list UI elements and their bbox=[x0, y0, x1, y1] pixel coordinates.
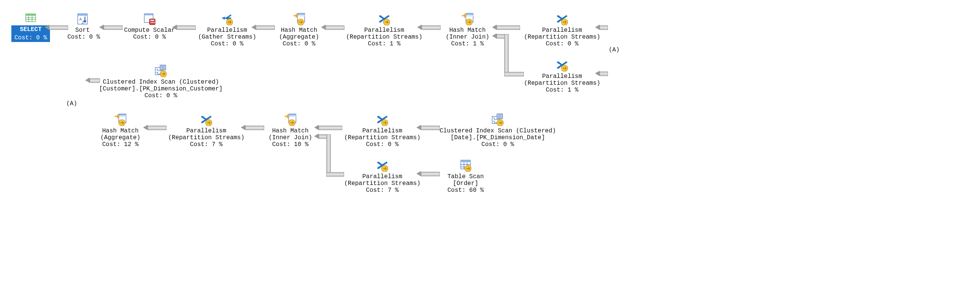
parallelism-repartition-icon bbox=[376, 159, 389, 172]
hash-match-icon bbox=[284, 113, 297, 126]
cost: Cost: 0 % bbox=[272, 40, 326, 47]
node-hash-innerjoin-top[interactable]: Hash Match (Inner Join) Cost: 1 % bbox=[439, 13, 496, 47]
arrow-icon bbox=[600, 25, 608, 30]
select-icon bbox=[24, 13, 37, 24]
label: Clustered Index Scan (Clustered) bbox=[435, 127, 560, 134]
label: Parallelism bbox=[193, 27, 261, 34]
arrow-icon bbox=[49, 25, 68, 30]
cost: Cost: 60 % bbox=[439, 187, 492, 194]
node-clustered-index-scan-date[interactable]: Clustered Index Scan (Clustered) [Date].… bbox=[435, 113, 560, 148]
label: Parallelism bbox=[339, 127, 426, 134]
arrow-icon bbox=[99, 25, 104, 30]
node-sort[interactable]: Sort Cost: 0 % bbox=[67, 13, 98, 40]
sub: (Repartition Streams) bbox=[519, 80, 606, 87]
arrow-icon bbox=[45, 25, 49, 30]
cost: Cost: 0 % bbox=[519, 40, 606, 47]
sub: (Repartition Streams) bbox=[339, 134, 426, 141]
parallelism-gather-icon bbox=[221, 13, 234, 25]
arrow-icon bbox=[241, 125, 245, 130]
arrow-icon bbox=[256, 25, 275, 30]
continuation-marker-a: (A) bbox=[609, 46, 620, 53]
label: Parallelism bbox=[340, 27, 428, 34]
arrow-icon bbox=[492, 25, 496, 30]
cost: Cost: 0 % bbox=[99, 92, 223, 99]
arrow-icon bbox=[492, 33, 496, 38]
sub: (Repartition Streams) bbox=[340, 34, 428, 40]
arrow-icon bbox=[496, 25, 520, 30]
node-parallelism-repartition-7b[interactable]: Parallelism (Repartition Streams) Cost: … bbox=[339, 159, 426, 194]
sub: [Date].[PK_Dimension_Date] bbox=[435, 134, 560, 141]
sub: (Repartition Streams) bbox=[519, 34, 606, 40]
continuation-marker-a2: (A) bbox=[66, 100, 77, 107]
sort-icon bbox=[76, 13, 89, 25]
compute-scalar-cost: Cost: 0 % bbox=[119, 34, 180, 40]
parallelism-repartition-icon bbox=[556, 13, 568, 25]
node-hash-innerjoin-bottom[interactable]: Hash Match (Inner Join) Cost: 10 % bbox=[262, 113, 319, 148]
node-hash-aggregate-top[interactable]: Hash Match (Aggregate) Cost: 0 % bbox=[272, 13, 326, 47]
node-parallelism-gather[interactable]: Parallelism (Gather Streams) Cost: 0 % bbox=[193, 13, 261, 47]
arrow-icon bbox=[421, 172, 440, 176]
sub: (Inner Join) bbox=[439, 34, 496, 40]
node-hash-aggregate-bottom[interactable]: Hash Match (Aggregate) Cost: 12 % bbox=[94, 113, 147, 148]
node-parallelism-repartition-1b[interactable]: Parallelism (Repartition Streams) Cost: … bbox=[519, 59, 606, 94]
node-parallelism-repartition-0b[interactable]: Parallelism (Repartition Streams) Cost: … bbox=[339, 113, 426, 148]
sub: (Inner Join) bbox=[262, 134, 319, 141]
arrow-icon bbox=[595, 25, 600, 30]
hash-match-icon bbox=[461, 13, 474, 25]
arrow-icon bbox=[172, 25, 177, 30]
arrow-icon bbox=[326, 134, 331, 173]
parallelism-repartition-icon bbox=[376, 113, 389, 126]
cost: Cost: 1 % bbox=[340, 40, 428, 47]
label: Parallelism bbox=[339, 173, 426, 180]
clustered-index-scan-icon bbox=[154, 64, 167, 77]
sort-cost: Cost: 0 % bbox=[67, 34, 98, 40]
arrow-icon bbox=[251, 25, 256, 30]
cost: Cost: 12 % bbox=[94, 141, 147, 148]
label: Clustered Index Scan (Clustered) bbox=[99, 79, 223, 86]
sub: [Customer].[PK_Dimension_Customer] bbox=[99, 86, 223, 92]
label: Hash Match bbox=[439, 27, 496, 34]
arrow-icon bbox=[321, 25, 326, 30]
sub: [Order] bbox=[439, 180, 492, 187]
parallelism-repartition-icon bbox=[200, 113, 213, 126]
arrow-icon bbox=[496, 34, 505, 38]
sub: (Repartition Streams) bbox=[339, 180, 426, 187]
arrow-icon bbox=[85, 78, 90, 83]
cost: Cost: 7 % bbox=[163, 141, 250, 148]
cost: Cost: 0 % bbox=[193, 40, 261, 47]
node-parallelism-repartition-0a[interactable]: Parallelism (Repartition Streams) Cost: … bbox=[519, 13, 606, 47]
sub: (Aggregate) bbox=[94, 134, 147, 141]
parallelism-repartition-icon bbox=[556, 59, 568, 71]
cost: Cost: 7 % bbox=[339, 187, 426, 194]
label: Parallelism bbox=[519, 73, 606, 80]
sub: (Aggregate) bbox=[272, 34, 326, 40]
arrow-icon bbox=[422, 25, 441, 30]
sort-label: Sort bbox=[67, 27, 98, 34]
table-scan-icon bbox=[459, 159, 472, 172]
clustered-index-scan-icon bbox=[491, 113, 504, 126]
label: Hash Match bbox=[262, 127, 319, 134]
arrow-icon bbox=[319, 134, 327, 139]
label: Parallelism bbox=[163, 127, 250, 134]
arrow-icon bbox=[504, 34, 509, 73]
hash-match-icon bbox=[114, 113, 127, 126]
arrow-icon bbox=[416, 125, 421, 130]
node-parallelism-repartition-1[interactable]: Parallelism (Repartition Streams) Cost: … bbox=[340, 13, 428, 47]
cost: Cost: 0 % bbox=[339, 141, 426, 148]
cost: Cost: 1 % bbox=[519, 87, 606, 94]
node-clustered-index-scan-customer[interactable]: Clustered Index Scan (Clustered) [Custom… bbox=[99, 64, 223, 99]
node-compute-scalar[interactable]: Compute Scalar Cost: 0 % bbox=[119, 13, 180, 40]
compute-scalar-icon bbox=[143, 13, 156, 25]
arrow-icon bbox=[600, 71, 608, 76]
arrow-icon bbox=[143, 125, 148, 130]
node-parallelism-repartition-7a[interactable]: Parallelism (Repartition Streams) Cost: … bbox=[163, 113, 250, 148]
node-table-scan-order[interactable]: Table Scan [Order] Cost: 60 % bbox=[439, 159, 492, 194]
arrow-icon bbox=[314, 133, 319, 139]
arrow-icon bbox=[245, 125, 264, 130]
compute-scalar-label: Compute Scalar bbox=[119, 27, 180, 34]
sub: (Repartition Streams) bbox=[163, 134, 250, 141]
cost: Cost: 0 % bbox=[435, 141, 560, 148]
hash-match-icon bbox=[293, 13, 305, 25]
parallelism-repartition-icon bbox=[378, 13, 391, 25]
cost: Cost: 1 % bbox=[439, 40, 496, 47]
